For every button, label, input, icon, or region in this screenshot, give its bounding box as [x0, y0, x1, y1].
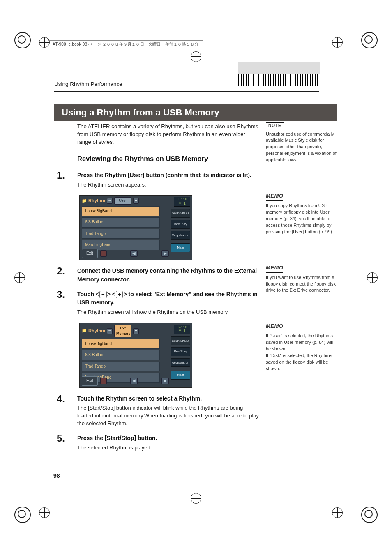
- step-body: The Rhythm screen will show the Rhythms …: [77, 309, 260, 316]
- tempo-box: ♩=118M: 1: [174, 197, 190, 207]
- folder-icon: 📁: [82, 328, 87, 334]
- step-head: Touch <−> <+> to select "Ext Memory" and…: [77, 290, 260, 307]
- step-number: 1.: [57, 168, 65, 183]
- crop-mark: [191, 51, 201, 62]
- memo-text: If "User" is selected, the Rhythms saved…: [266, 333, 338, 372]
- memo-label: MEMO: [266, 192, 283, 201]
- center-chip-ext[interactable]: Ext Memory: [114, 325, 131, 337]
- page-number: 98: [53, 472, 60, 479]
- list-item[interactable]: MarchingBand: [82, 240, 160, 250]
- step-head: Press the Rhythm [User] button (confirm …: [77, 171, 260, 179]
- minus-icon[interactable]: −: [107, 198, 113, 204]
- step-number: 2.: [57, 264, 65, 279]
- prev-arrow-icon[interactable]: ◀: [130, 378, 138, 384]
- memo-label: MEMO: [266, 264, 283, 273]
- register-mark: [361, 32, 378, 48]
- step-head: Touch the Rhythm screen to select a Rhyt…: [77, 394, 260, 403]
- main-button[interactable]: Main: [171, 243, 190, 252]
- step-number: 4.: [57, 392, 65, 406]
- step-2: 2. Connect the USB memory containing the…: [77, 267, 260, 283]
- stop-icon[interactable]: [100, 378, 107, 384]
- step-body: The Rhythm screen appears.: [77, 181, 260, 189]
- crop-mark: [332, 37, 343, 48]
- next-arrow-icon[interactable]: ▶: [161, 250, 169, 257]
- plus-icon: +: [116, 291, 123, 298]
- register-mark: [14, 32, 31, 48]
- memo-block-2: MEMO If you want to use Rhythms from a f…: [266, 264, 338, 294]
- sound-kbd-button[interactable]: Sound/KBD: [171, 336, 190, 345]
- exit-button[interactable]: Exit: [82, 376, 98, 386]
- prev-arrow-icon[interactable]: ◀: [130, 250, 138, 257]
- plus-icon[interactable]: +: [133, 198, 139, 204]
- list-item[interactable]: 6/8 Ballad: [82, 350, 160, 360]
- subsection-heading: Reviewing the Rhythms on USB Memory: [77, 154, 260, 164]
- step-4: 4. Touch the Rhythm screen to select a R…: [77, 394, 260, 428]
- rec-play-button[interactable]: Rec/Play: [171, 347, 190, 356]
- keyboard-illustration: [238, 62, 320, 86]
- tempo-box: ♩=118M: 1: [174, 325, 190, 334]
- note-block: NOTE Unauthorized use of commercially av…: [266, 122, 338, 164]
- plus-icon[interactable]: +: [133, 328, 139, 334]
- running-header: Using Rhythm Performance: [54, 81, 122, 87]
- book-meta: AT-900_e.book 98 ページ ２００８年９月１６日 火曜日 午前１０…: [48, 40, 203, 48]
- note-label: NOTE: [266, 122, 284, 129]
- section-title: Using a Rhythm from a USB Memory: [54, 104, 337, 121]
- crop-mark: [367, 272, 378, 283]
- minus-icon: −: [99, 291, 107, 298]
- next-arrow-icon[interactable]: ▶: [161, 378, 169, 384]
- list-item[interactable]: LooseBigBand: [82, 206, 160, 216]
- step-5: 5. Press the [Start/Stop] button. The se…: [77, 434, 260, 451]
- memo-text: If you copy Rhythms from USB memory or f…: [266, 203, 338, 235]
- list-item[interactable]: LooseBigBand: [82, 339, 160, 349]
- crop-mark: [191, 493, 201, 504]
- intro-paragraph: The ATELIER contains a variety of Rhythm…: [77, 122, 260, 146]
- list-item[interactable]: Trad Tango: [82, 229, 160, 239]
- list-item[interactable]: 6/8 Ballad: [82, 217, 160, 228]
- list-item[interactable]: Trad Tango: [82, 362, 160, 372]
- step-number: 5.: [57, 431, 65, 446]
- exit-button[interactable]: Exit: [82, 249, 98, 258]
- rhythm-screen-ext: 📁 Rhythm − Ext Memory + P.1/1 ♩=118M: 1 …: [79, 323, 192, 388]
- step-body: The selected Rhythm is played.: [77, 444, 260, 452]
- sound-kbd-button[interactable]: Sound/KBD: [171, 209, 190, 218]
- running-header-rule: [54, 91, 319, 92]
- step-head: Press the [Start/Stop] button.: [77, 434, 260, 442]
- register-mark: [361, 507, 378, 523]
- crop-mark: [39, 507, 50, 518]
- rhythm-screen-user: 📁 Rhythm − User + P.1/1 ♩=118M: 1 LooseB…: [79, 195, 192, 260]
- rhythm-screen-title: Rhythm: [88, 198, 105, 204]
- memo-text: If you want to use Rhythms from a floppy…: [266, 274, 338, 294]
- rec-play-button[interactable]: Rec/Play: [171, 220, 190, 229]
- subsection-rule: [77, 166, 258, 166]
- memo-block-3: MEMO If "User" is selected, the Rhythms …: [266, 322, 338, 372]
- crop-mark: [14, 272, 25, 283]
- folder-icon: 📁: [82, 198, 87, 204]
- center-chip-user[interactable]: User: [114, 197, 131, 204]
- crop-mark: [332, 507, 343, 518]
- minus-icon[interactable]: −: [107, 328, 113, 334]
- step-3: 3. Touch <−> <+> to select "Ext Memory" …: [77, 290, 260, 316]
- step-1: 1. Press the Rhythm [User] button (confi…: [77, 171, 260, 189]
- rhythm-screen-title: Rhythm: [88, 328, 105, 334]
- step-body: The [Start/Stop] button indicator will b…: [77, 404, 260, 428]
- registration-button[interactable]: Registration: [171, 231, 190, 240]
- note-text: Unauthorized use of commercially availab…: [266, 131, 338, 164]
- stop-icon[interactable]: [100, 250, 107, 257]
- registration-button[interactable]: Registration: [171, 358, 190, 367]
- memo-block-1: MEMO If you copy Rhythms from USB memory…: [266, 192, 338, 235]
- register-mark: [14, 507, 31, 523]
- main-button[interactable]: Main: [171, 371, 190, 380]
- step-head: Connect the USB memory containing the Rh…: [77, 267, 260, 283]
- step-number: 3.: [57, 288, 65, 302]
- memo-label: MEMO: [266, 322, 283, 331]
